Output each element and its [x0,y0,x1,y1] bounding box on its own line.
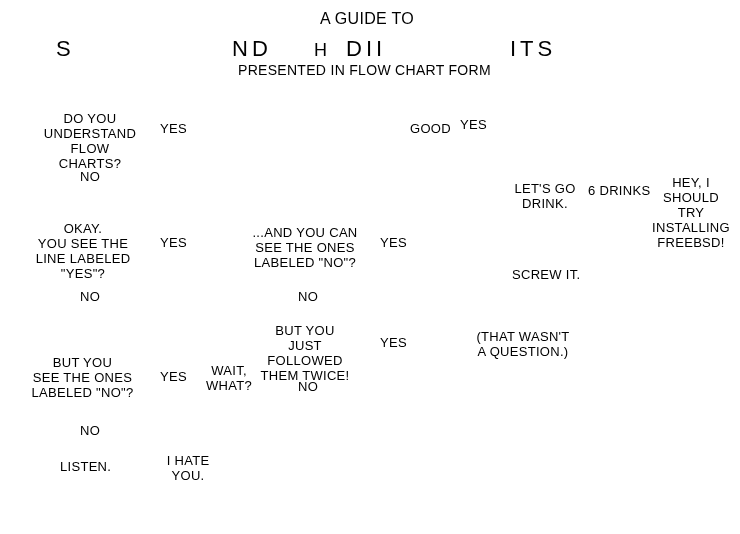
edge-okay-no: NO [80,290,100,305]
edge-and-no-yes: YES [380,236,407,251]
node-screw-it: SCREW IT. [512,268,580,283]
title-line2-frag-3: DII [346,36,386,61]
edge-see-no-yes: YES [160,370,187,385]
node-but-see-no: BUT YOU SEE THE ONES LABELED "NO"? [30,356,135,401]
title-line2-frag-1: ND [232,36,272,61]
node-hate-you: I HATE YOU. [158,454,218,484]
node-but-followed: BUT YOU JUST FOLLOWED THEM TWICE! [250,324,360,384]
edge-six-drinks: 6 DRINKS [588,184,650,199]
node-freebsd: HEY, I SHOULD TRY INSTALLING FREEBSD! [646,176,736,251]
node-lets-drink: LET'S GO DRINK. [510,182,580,212]
node-good: GOOD [410,122,451,137]
title-line2-frag-4: ITS [510,36,556,61]
edge-and-no-no: NO [298,290,318,305]
edge-followed-yes: YES [380,336,407,351]
edge-see-no-no: NO [80,424,100,439]
title-line2-frag-2: H [314,40,331,61]
node-okay-line-yes: OKAY. YOU SEE THE LINE LABELED "YES"? [28,222,138,282]
edge-good-yes: YES [460,118,487,133]
edge-understand-no: NO [80,170,100,185]
edge-okay-yes: YES [160,236,187,251]
node-not-question: (THAT WASN'T A QUESTION.) [468,330,578,360]
node-and-see-no: ...AND YOU CAN SEE THE ONES LABELED "NO"… [250,226,360,271]
node-listen: LISTEN. [60,460,111,475]
node-understand-charts: DO YOU UNDERSTAND FLOW CHARTS? [40,112,140,172]
edge-followed-no: NO [298,380,318,395]
title-line1: A GUIDE TO [320,10,414,28]
node-wait-what: WAIT, WHAT? [204,364,254,394]
title-line3: PRESENTED IN FLOW CHART FORM [238,62,491,78]
edge-understand-yes: YES [160,122,187,137]
title-line2-frag-0: S [56,36,75,61]
